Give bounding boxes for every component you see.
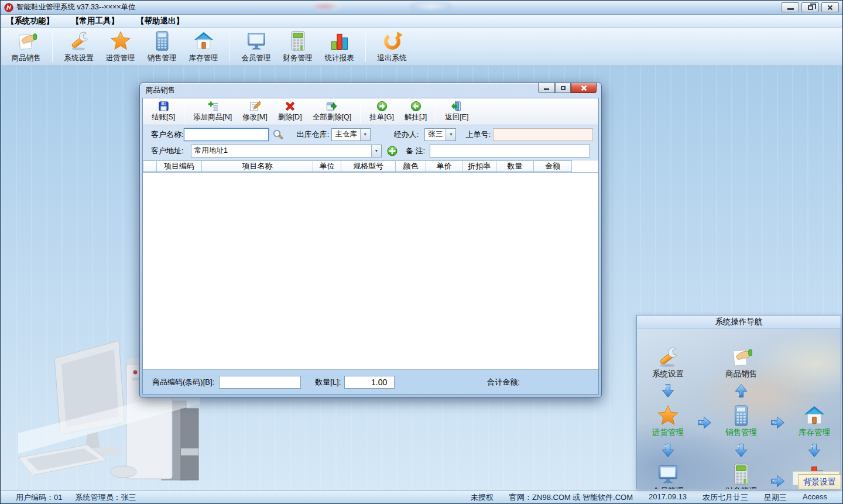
last-order-input[interactable]	[493, 128, 593, 141]
bar-chart-icon	[329, 30, 350, 52]
menubar: 【系统功能】 【常用工具】 【帮助退出】	[1, 15, 842, 28]
checkout-button[interactable]: 结账[S]	[146, 100, 180, 124]
grid-header-selector	[143, 160, 157, 172]
grid-header-item-name: 项目名称	[202, 160, 313, 172]
close-icon	[581, 85, 587, 91]
customer-name-input[interactable]	[184, 128, 269, 141]
chevron-down-icon	[360, 129, 370, 140]
window-controls	[782, 2, 839, 12]
note-label: 备 注:	[406, 146, 425, 156]
toolbar-member-mgmt-button[interactable]: 会员管理	[235, 29, 277, 64]
magnifier-icon[interactable]	[272, 129, 284, 140]
add-item-icon	[207, 101, 218, 112]
toolbar-finance-mgmt-button[interactable]: 财务管理	[277, 29, 318, 64]
wrench-icon	[68, 30, 90, 52]
goods-sale-dialog: 商品销售 结账[S]	[139, 83, 602, 397]
menu-common-tools[interactable]: 【常用工具】	[71, 16, 119, 26]
dialog-close-button[interactable]	[571, 83, 597, 93]
form-row-2: 客户地址: 常用地址1 备 注:	[151, 144, 590, 157]
admin-status: 系统管理员：张三	[75, 492, 136, 503]
quantity-label: 数量[L]:	[315, 377, 341, 388]
arrow-down-icon	[662, 383, 674, 398]
star-icon	[110, 30, 131, 52]
maximize-icon	[561, 86, 566, 90]
nav-panel-body: 系统设置 商品销售 进货管理 销售管理	[637, 328, 841, 489]
items-grid-header: 项目编码 项目名称 单位 规格型号 颜色 单价 折扣率 数量 金额	[143, 160, 598, 173]
background-settings-button[interactable]: 背景设置	[798, 474, 841, 489]
website-status: 官网：ZN98.COM 或 智能软件.COM	[509, 492, 633, 503]
titlebar: 智能鞋业管理系统 v37.33--××××单位	[1, 1, 842, 15]
window-title: 智能鞋业管理系统 v37.33--××××单位	[16, 2, 136, 12]
desktop-area: 商品销售 结账[S]	[1, 66, 842, 491]
toolbar-separator	[365, 32, 366, 62]
dialog-toolbar-separator	[360, 101, 361, 123]
dialog-toolbar: 结账[S] 添加商品[N] 修改[M] 删除[D]	[143, 98, 598, 125]
modify-button[interactable]: 修改[M]	[237, 100, 272, 124]
green-circle-left-icon	[410, 101, 422, 112]
dialog-footer: 商品编码(条码)[B]: 数量[L]: 合计金额:	[143, 369, 598, 394]
dialog-content: 结账[S] 添加商品[N] 修改[M] 删除[D]	[142, 98, 599, 395]
delete-all-icon	[326, 101, 337, 112]
dialog-toolbar-separator	[436, 101, 436, 123]
nav-purchase-mgmt[interactable]: 进货管理	[637, 404, 700, 438]
arrow-up-icon	[735, 383, 748, 398]
barcode-label: 商品编码(条码)[B]:	[152, 377, 214, 388]
nav-inventory-mgmt[interactable]: 库存管理	[782, 404, 841, 438]
resume-order-button[interactable]: 解挂[J]	[399, 100, 432, 124]
hold-order-button[interactable]: 挂单[G]	[364, 100, 399, 124]
toolbar-goods-sale-button[interactable]: 商品销售	[5, 29, 47, 64]
grid-header-item-code: 项目编码	[157, 160, 202, 172]
green-plus-icon[interactable]	[387, 146, 397, 156]
exit-swoosh-icon	[382, 30, 403, 52]
minimize-button[interactable]	[782, 2, 799, 12]
return-button[interactable]: 返回[E]	[440, 100, 474, 124]
delete-all-button[interactable]: 全部删除[Q]	[307, 100, 357, 124]
toolbar-inventory-mgmt-button[interactable]: 库存管理	[183, 29, 224, 64]
hand-paper-icon	[16, 30, 37, 52]
menu-help-exit[interactable]: 【帮助退出】	[136, 16, 184, 26]
calculator-blue-icon	[152, 30, 173, 52]
nav-system-settings[interactable]: 系统设置	[637, 346, 700, 379]
nav-sales-mgmt[interactable]: 销售管理	[709, 404, 773, 438]
wrench-icon	[657, 346, 679, 368]
add-product-button[interactable]: 添加商品[N]	[188, 100, 237, 124]
star-icon	[657, 404, 679, 427]
menu-system-functions[interactable]: 【系统功能】	[6, 16, 54, 26]
toolbar-system-settings-button[interactable]: 系统设置	[58, 29, 100, 64]
nav-member-mgmt[interactable]: 会员管理	[637, 463, 700, 489]
customer-address-select[interactable]: 常用地址1	[191, 145, 382, 157]
app-logo-icon	[4, 3, 13, 12]
items-grid-body[interactable]	[143, 173, 598, 369]
close-button[interactable]	[821, 2, 839, 12]
barcode-input[interactable]	[219, 376, 301, 389]
operator-select[interactable]: 张三	[424, 128, 456, 141]
arrow-down-icon	[808, 443, 821, 458]
toolbar-exit-system-button[interactable]: 退出系统	[371, 29, 413, 64]
last-order-label: 上单号:	[465, 129, 491, 140]
dialog-minimize-button[interactable]	[538, 83, 555, 93]
warehouse-select[interactable]: 主仓库	[331, 128, 371, 141]
nav-panel-title: 系统操作导航	[637, 316, 841, 328]
chevron-down-icon	[446, 129, 455, 140]
calculator-blue-icon	[730, 404, 752, 427]
toolbar-statistics-button[interactable]: 统计报表	[318, 29, 360, 64]
monitor-icon	[657, 463, 679, 485]
restore-icon	[808, 5, 813, 10]
toolbar-separator	[229, 32, 230, 62]
monitor-icon	[246, 30, 267, 52]
delete-button[interactable]: 删除[D]	[273, 100, 307, 124]
dialog-window-controls	[538, 83, 597, 93]
main-toolbar: 商品销售 系统设置 进货管理 销售管理 库存管理 会员管理 财务管理	[1, 28, 842, 66]
statusbar-left: 用户编码：01 系统管理员：张三	[16, 492, 136, 503]
toolbar-sales-mgmt-button[interactable]: 销售管理	[141, 29, 183, 64]
minimize-icon	[544, 88, 549, 90]
app-window: 智能鞋业管理系统 v37.33--××××单位 【系统功能】 【常用工具】 【帮…	[0, 0, 843, 504]
dialog-maximize-button[interactable]	[555, 83, 571, 93]
quantity-input[interactable]	[344, 376, 395, 389]
restore-button[interactable]	[801, 2, 819, 12]
nav-finance-mgmt[interactable]: 财务管理	[709, 463, 773, 489]
grid-header-quantity: 数量	[496, 160, 534, 172]
nav-goods-sale[interactable]: 商品销售	[709, 346, 773, 379]
toolbar-purchase-mgmt-button[interactable]: 进货管理	[100, 29, 141, 64]
note-input[interactable]	[430, 145, 590, 157]
